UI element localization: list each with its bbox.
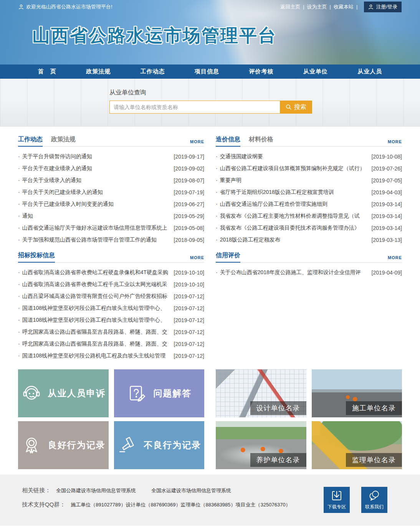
news-item-title[interactable]: 山西省公路工程建设项目估算概算预算编制补充规定（试行） bbox=[216, 165, 369, 172]
news-item-title[interactable]: 呼北国家高速公路山西省隰县至吉县段路基、桥隧、路面、交 bbox=[18, 341, 171, 347]
news-item-title[interactable]: 山西省取消高速公路省界收费站工程硬盘录像机和4T硬盘采购 bbox=[18, 269, 171, 276]
news-item-date: [2019-07-12] bbox=[174, 353, 204, 359]
tab-work-news[interactable]: 工作动态 bbox=[18, 136, 43, 147]
tab-credit-evaluation[interactable]: 信用评价 bbox=[216, 251, 240, 263]
more-link-bidding[interactable]: MORE bbox=[190, 255, 204, 262]
tab-material-price[interactable]: 材料价格 bbox=[249, 136, 273, 146]
nav-item-evaluation[interactable]: 评价考核 bbox=[249, 68, 273, 75]
news-item-title[interactable]: 平台关于业绩录入的通知 bbox=[18, 177, 171, 184]
work-news-list: 关于平台升级暂停访问的通知[2019-09-17] 平台关于在建业绩录入的通知[… bbox=[18, 147, 204, 246]
news-item-title[interactable]: 山西吕梁环城高速公路管理有限责任公司户外广告经营权招标 bbox=[18, 293, 171, 300]
directory-photos: 设计单位名录 施工单位名录 养护单位名录 监理单位名录 bbox=[216, 369, 402, 469]
news-item: 关于平台升级暂停访问的通知[2019-09-17] bbox=[18, 151, 204, 162]
national-waterway-credit-link[interactable]: 全国水运建设市场信用信息管理系统 bbox=[151, 487, 231, 494]
gavel-icon bbox=[117, 435, 137, 456]
register-login-label: 注册/登录 bbox=[376, 3, 397, 10]
news-item-title[interactable]: 省厅将于近期组织2018版公路工程定额宣贯培训 bbox=[216, 189, 369, 196]
news-item: 平台关于已建业绩录入时间变更的通知[2019-06-27] bbox=[18, 198, 204, 210]
unit-search-label: 从业单位查询 bbox=[109, 89, 402, 97]
news-item-title[interactable]: 山西省取消高速公路省界收费站工程千兆工业以太网光端机采 bbox=[18, 281, 171, 288]
nav-item-work-news[interactable]: 工作动态 bbox=[141, 68, 165, 75]
news-item-title[interactable]: 关于平台升级暂停访问的通知 bbox=[18, 153, 171, 160]
news-item-title[interactable]: 关于公布山西省2018年度公路施工、监理和设计企业信用评 bbox=[216, 269, 369, 276]
register-login-button[interactable]: 注册/登录 bbox=[364, 2, 402, 12]
news-item-date: [2019-07-12] bbox=[174, 329, 204, 335]
news-item-title[interactable]: 通知 bbox=[18, 213, 171, 220]
unit-search-band: 从业单位查询 搜索 bbox=[0, 79, 420, 127]
tile-label: 问题解答 bbox=[153, 387, 192, 399]
search-button-label: 搜索 bbox=[294, 103, 306, 111]
news-item: 呼北国家高速公路山西省隰县至吉县段路基、桥隧、路面、交[2019-07-12] bbox=[18, 326, 204, 338]
more-link-credit[interactable]: MORE bbox=[388, 255, 402, 262]
photo-caption: 监理单位名录 bbox=[346, 453, 402, 467]
news-item-date: [2019-06-27] bbox=[174, 201, 204, 207]
more-link-cost-info[interactable]: MORE bbox=[388, 139, 402, 146]
news-item-date: [2019-03-13] bbox=[372, 237, 402, 243]
news-item-title[interactable]: 平台关于已建业绩录入时间变更的通知 bbox=[18, 201, 171, 208]
section-cost-info: 造价信息 材料价格 MORE 交通强国建设纲要[2019-10-08] 山西省公… bbox=[216, 135, 402, 246]
home-return-link[interactable]: 返回主页 bbox=[280, 3, 307, 10]
news-item-title[interactable]: 呼北国家高速公路山西省隰县至吉县段路基、桥隧、路面、交 bbox=[18, 329, 171, 336]
news-item-date: [2019-03-14] bbox=[372, 225, 402, 231]
maintenance-units-photo-card[interactable]: 养护单位名录 bbox=[216, 421, 306, 469]
news-item-date: [2019-09-17] bbox=[174, 154, 204, 160]
welcome-message: 欢迎光临山西省公路水运市场管理平台! bbox=[18, 3, 112, 10]
national-highway-credit-link[interactable]: 全国公路建设市场信用信息管理系统 bbox=[56, 487, 136, 494]
nav-item-policy[interactable]: 政策法规 bbox=[86, 68, 111, 75]
news-item-date: [2019-05-08] bbox=[174, 225, 204, 231]
news-item-title[interactable]: 2018版公路工程定额发布 bbox=[216, 237, 369, 243]
news-item-title[interactable]: 重要声明 bbox=[216, 177, 369, 184]
credit-list: 关于公布山西省2018年度公路施工、监理和设计企业信用评[2019-04-09] bbox=[216, 263, 402, 278]
news-item-title[interactable]: 平台关于在建业绩录入的通知 bbox=[18, 165, 171, 172]
news-item-title[interactable]: 我省发布《公路工程建设项目委托技术咨询服务管理办法》 bbox=[216, 225, 369, 232]
news-item-date: [2019-03-14] bbox=[372, 213, 402, 219]
tile-label: 从业人员申诉 bbox=[48, 387, 106, 399]
news-item-title[interactable]: 国道108线神堂堡至砂河段公路工程白坡头主线站管理中心、 bbox=[18, 317, 171, 324]
news-item-title[interactable]: 交通强国建设纲要 bbox=[216, 153, 369, 160]
site-title: 山西省公路水运市场管理平台 bbox=[32, 24, 420, 48]
nav-item-personnel[interactable]: 从业人员 bbox=[357, 68, 382, 75]
tab-policy[interactable]: 政策法规 bbox=[51, 136, 76, 146]
tab-cost-info[interactable]: 造价信息 bbox=[216, 136, 240, 147]
qq-support-label: 技术支持QQ群： bbox=[22, 501, 65, 508]
news-item-title[interactable]: 国道108线神堂堡至砂河段公路工程白坡头主线站管理中心、 bbox=[18, 305, 171, 312]
qa-tile[interactable]: 问题解答 bbox=[114, 369, 205, 417]
bookmark-site-link[interactable]: 收藏本站 bbox=[334, 3, 360, 10]
nav-item-home[interactable]: 首 页 bbox=[38, 68, 56, 75]
unit-search-input[interactable] bbox=[109, 101, 280, 114]
news-item-date: [2019-04-09] bbox=[372, 270, 402, 276]
nav-item-units[interactable]: 从业单位 bbox=[303, 68, 328, 75]
news-item-date: [2019-07-19] bbox=[174, 189, 204, 195]
news-item: 山西省交通运输厅公路工程造价管理实施细则[2019-03-14] bbox=[216, 198, 402, 210]
contact-us-button[interactable]: 联系我们 bbox=[361, 487, 387, 513]
news-item-title[interactable]: 关于加强和规范山西省公路市场管理平台管理工作的通知 bbox=[18, 237, 171, 243]
news-item: 山西省取消高速公路省界收费站工程千兆工业以太网光端机采[2019-10-10] bbox=[18, 278, 204, 290]
person-icon bbox=[368, 4, 374, 10]
good-behavior-tile[interactable]: 良好行为记录 bbox=[18, 421, 109, 469]
news-item-title[interactable]: 我省发布《公路工程主要地方性材料价差调整指导意见（试 bbox=[216, 213, 369, 220]
quick-tiles: 从业人员申诉 问题解答 良好行为记录 bbox=[18, 369, 204, 469]
news-item-title[interactable]: 平台关于关闭已建业绩录入的通知 bbox=[18, 189, 171, 196]
news-item-date: [2019-03-14] bbox=[372, 201, 402, 207]
photo-caption: 养护单位名录 bbox=[250, 453, 306, 467]
topbar: 欢迎光临山西省公路水运市场管理平台! 返回主页 设为主页 收藏本站 注册/登录 bbox=[0, 0, 420, 14]
tab-bidding[interactable]: 招标投标信息 bbox=[18, 251, 55, 263]
more-link-work-news[interactable]: MORE bbox=[190, 139, 204, 146]
news-item: 山西省公路工程建设项目估算概算预算编制补充规定（试行）[2019-07-26] bbox=[216, 162, 402, 174]
nav-item-project-info[interactable]: 项目信息 bbox=[195, 68, 219, 75]
cost-info-list: 交通强国建设纲要[2019-10-08] 山西省公路工程建设项目估算概算预算编制… bbox=[216, 147, 402, 246]
bad-behavior-tile[interactable]: 不良行为记录 bbox=[114, 421, 205, 469]
news-item-title[interactable]: 国道108线神堂堡至砂河段公路机电工程及白坡头主线站管理 bbox=[18, 352, 171, 359]
supervision-units-photo-card[interactable]: 监理单位名录 bbox=[312, 421, 402, 469]
tile-label: 良好行为记录 bbox=[48, 439, 106, 451]
set-homepage-link[interactable]: 设为主页 bbox=[307, 3, 334, 10]
personnel-appeal-tile[interactable]: 从业人员申诉 bbox=[18, 369, 109, 417]
news-item-date: [2019-07-12] bbox=[174, 341, 204, 347]
news-item: 平台关于在建业绩录入的通知[2019-09-02] bbox=[18, 162, 204, 174]
construction-units-photo-card[interactable]: 施工单位名录 bbox=[312, 369, 402, 417]
search-button[interactable]: 搜索 bbox=[280, 101, 312, 114]
design-units-photo-card[interactable]: 设计单位名录 bbox=[216, 369, 306, 417]
news-item-title[interactable]: 山西省交通运输厅公路工程造价管理实施细则 bbox=[216, 201, 369, 208]
news-item-title[interactable]: 山西省交通运输厅关于做好水运建设市场信用信息管理系统上 bbox=[18, 225, 171, 232]
download-zone-button[interactable]: 下载专区 bbox=[324, 487, 350, 513]
